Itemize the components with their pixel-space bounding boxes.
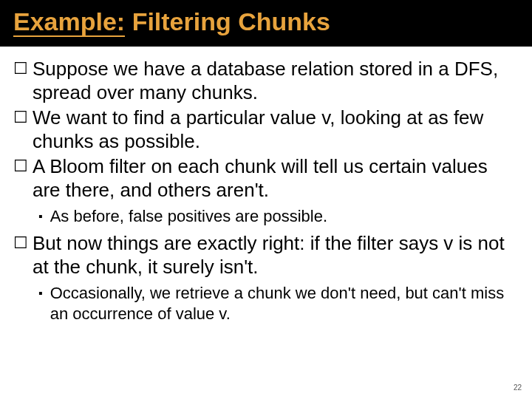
- bullet-item: ☐ We want to find a particular value v, …: [13, 106, 519, 153]
- bullet-text: But now things are exactly right: if the…: [33, 231, 519, 279]
- sub-bullet-item: ▪ As before, false positives are possibl…: [38, 206, 519, 227]
- square-sub-bullet-icon: ▪: [38, 206, 43, 227]
- title-bar: Example: Filtering Chunks: [0, 0, 532, 47]
- sub-bullet-text: As before, false positives are possible.: [50, 206, 327, 227]
- slide-content: ☐ Suppose we have a database relation st…: [0, 47, 532, 324]
- sub-bullet-text: Occasionally, we retrieve a chunk we don…: [50, 283, 519, 324]
- bullet-item: ☐ Suppose we have a database relation st…: [13, 57, 519, 104]
- square-bullet-icon: ☐: [13, 106, 28, 129]
- bullet-item: ☐ A Bloom filter on each chunk will tell…: [13, 154, 519, 202]
- bullet-text: We want to find a particular value v, lo…: [33, 106, 519, 153]
- bullet-text: A Bloom filter on each chunk will tell u…: [33, 154, 519, 202]
- title-suffix: Filtering Chunks: [125, 7, 330, 35]
- square-bullet-icon: ☐: [13, 57, 28, 81]
- square-sub-bullet-icon: ▪: [38, 283, 43, 304]
- sub-bullet-item: ▪ Occasionally, we retrieve a chunk we d…: [38, 283, 519, 324]
- page-number: 22: [514, 383, 522, 392]
- square-bullet-icon: ☐: [13, 154, 28, 178]
- bullet-text: Suppose we have a database relation stor…: [33, 57, 519, 104]
- bullet-item: ☐ But now things are exactly right: if t…: [13, 231, 519, 279]
- title-prefix: Example:: [13, 7, 125, 37]
- square-bullet-icon: ☐: [13, 231, 28, 255]
